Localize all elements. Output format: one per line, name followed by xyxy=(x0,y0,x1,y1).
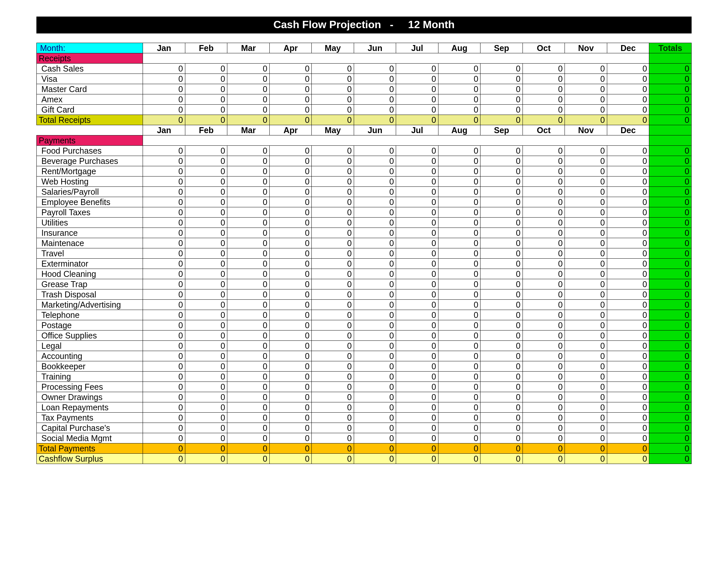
payment-cell[interactable]: 0 xyxy=(227,258,270,269)
receipt-cell[interactable]: 0 xyxy=(185,64,227,74)
payment-cell[interactable]: 0 xyxy=(396,258,438,269)
payment-cell[interactable]: 0 xyxy=(354,433,396,444)
payment-cell[interactable]: 0 xyxy=(607,166,649,176)
payment-cell[interactable]: 0 xyxy=(227,372,270,382)
payment-cell[interactable]: 0 xyxy=(227,187,270,197)
payment-cell[interactable]: 0 xyxy=(312,351,354,361)
payment-cell[interactable]: 0 xyxy=(185,423,227,433)
receipt-cell[interactable]: 0 xyxy=(396,64,438,74)
payment-cell[interactable]: 0 xyxy=(312,310,354,320)
payment-cell[interactable]: 0 xyxy=(396,300,438,310)
receipt-cell[interactable]: 0 xyxy=(269,105,312,115)
payment-cell[interactable]: 0 xyxy=(269,382,312,392)
payment-cell[interactable]: 0 xyxy=(312,156,354,166)
receipt-cell[interactable]: 0 xyxy=(143,74,185,84)
receipt-cell[interactable]: 0 xyxy=(143,64,185,74)
payment-cell[interactable]: 0 xyxy=(185,269,227,279)
payment-cell[interactable]: 0 xyxy=(143,351,185,361)
payment-cell[interactable]: 0 xyxy=(565,176,607,187)
receipt-cell[interactable]: 0 xyxy=(607,105,649,115)
payment-cell[interactable]: 0 xyxy=(480,361,523,372)
payment-cell[interactable]: 0 xyxy=(312,279,354,290)
payment-cell[interactable]: 0 xyxy=(396,382,438,392)
payment-cell[interactable]: 0 xyxy=(354,279,396,290)
payment-cell[interactable]: 0 xyxy=(269,207,312,217)
payment-cell[interactable]: 0 xyxy=(607,197,649,207)
payment-cell[interactable]: 0 xyxy=(607,279,649,290)
payment-cell[interactable]: 0 xyxy=(227,217,270,228)
payment-cell[interactable]: 0 xyxy=(480,217,523,228)
payment-cell[interactable]: 0 xyxy=(143,279,185,290)
payment-cell[interactable]: 0 xyxy=(185,197,227,207)
payment-cell[interactable]: 0 xyxy=(354,331,396,341)
payment-cell[interactable]: 0 xyxy=(523,320,565,331)
payment-cell[interactable]: 0 xyxy=(438,176,480,187)
payment-cell[interactable]: 0 xyxy=(607,156,649,166)
receipt-cell[interactable]: 0 xyxy=(565,105,607,115)
payment-cell[interactable]: 0 xyxy=(523,382,565,392)
payment-cell[interactable]: 0 xyxy=(607,248,649,258)
payment-cell[interactable]: 0 xyxy=(227,382,270,392)
payment-cell[interactable]: 0 xyxy=(354,248,396,258)
payment-cell[interactable]: 0 xyxy=(354,176,396,187)
payment-cell[interactable]: 0 xyxy=(185,258,227,269)
payment-cell[interactable]: 0 xyxy=(354,197,396,207)
payment-cell[interactable]: 0 xyxy=(480,392,523,402)
payment-cell[interactable]: 0 xyxy=(396,187,438,197)
payment-cell[interactable]: 0 xyxy=(312,392,354,402)
payment-cell[interactable]: 0 xyxy=(269,146,312,156)
payment-cell[interactable]: 0 xyxy=(523,331,565,341)
payment-cell[interactable]: 0 xyxy=(523,279,565,290)
payment-cell[interactable]: 0 xyxy=(143,146,185,156)
payment-cell[interactable]: 0 xyxy=(396,290,438,300)
payment-cell[interactable]: 0 xyxy=(523,197,565,207)
payment-cell[interactable]: 0 xyxy=(354,351,396,361)
payment-cell[interactable]: 0 xyxy=(227,300,270,310)
payment-cell[interactable]: 0 xyxy=(565,341,607,351)
payment-cell[interactable]: 0 xyxy=(438,156,480,166)
payment-cell[interactable]: 0 xyxy=(480,433,523,444)
payment-cell[interactable]: 0 xyxy=(185,402,227,413)
payment-cell[interactable]: 0 xyxy=(185,279,227,290)
payment-cell[interactable]: 0 xyxy=(185,382,227,392)
payment-cell[interactable]: 0 xyxy=(480,402,523,413)
payment-cell[interactable]: 0 xyxy=(438,423,480,433)
payment-cell[interactable]: 0 xyxy=(354,372,396,382)
payment-cell[interactable]: 0 xyxy=(565,423,607,433)
payment-cell[interactable]: 0 xyxy=(354,217,396,228)
payment-cell[interactable]: 0 xyxy=(269,351,312,361)
payment-cell[interactable]: 0 xyxy=(607,290,649,300)
payment-cell[interactable]: 0 xyxy=(396,433,438,444)
payment-cell[interactable]: 0 xyxy=(143,320,185,331)
payment-cell[interactable]: 0 xyxy=(607,402,649,413)
payment-cell[interactable]: 0 xyxy=(143,258,185,269)
payment-cell[interactable]: 0 xyxy=(269,197,312,207)
receipt-cell[interactable]: 0 xyxy=(312,84,354,94)
payment-cell[interactable]: 0 xyxy=(312,238,354,248)
payment-cell[interactable]: 0 xyxy=(269,176,312,187)
payment-cell[interactable]: 0 xyxy=(565,166,607,176)
payment-cell[interactable]: 0 xyxy=(185,433,227,444)
payment-cell[interactable]: 0 xyxy=(565,156,607,166)
payment-cell[interactable]: 0 xyxy=(523,423,565,433)
receipt-cell[interactable]: 0 xyxy=(396,84,438,94)
payment-cell[interactable]: 0 xyxy=(438,290,480,300)
payment-cell[interactable]: 0 xyxy=(523,166,565,176)
payment-cell[interactable]: 0 xyxy=(396,228,438,238)
payment-cell[interactable]: 0 xyxy=(607,176,649,187)
receipt-cell[interactable]: 0 xyxy=(480,84,523,94)
payment-cell[interactable]: 0 xyxy=(480,279,523,290)
payment-cell[interactable]: 0 xyxy=(480,187,523,197)
receipt-cell[interactable]: 0 xyxy=(523,64,565,74)
payment-cell[interactable]: 0 xyxy=(227,413,270,423)
payment-cell[interactable]: 0 xyxy=(523,258,565,269)
payment-cell[interactable]: 0 xyxy=(354,187,396,197)
payment-cell[interactable]: 0 xyxy=(185,300,227,310)
receipt-cell[interactable]: 0 xyxy=(480,64,523,74)
payment-cell[interactable]: 0 xyxy=(227,166,270,176)
receipt-cell[interactable]: 0 xyxy=(185,74,227,84)
payment-cell[interactable]: 0 xyxy=(523,433,565,444)
payment-cell[interactable]: 0 xyxy=(607,238,649,248)
payment-cell[interactable]: 0 xyxy=(607,228,649,238)
payment-cell[interactable]: 0 xyxy=(269,331,312,341)
